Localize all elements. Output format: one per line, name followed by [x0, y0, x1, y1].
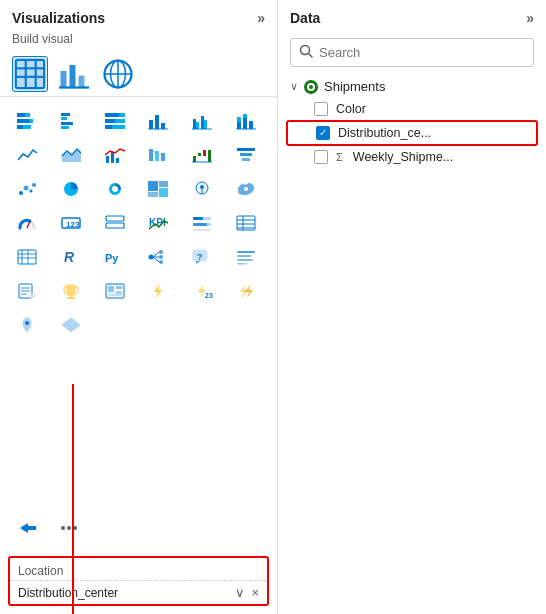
slicer-icon[interactable]: [183, 207, 221, 239]
location-close-icon[interactable]: ×: [251, 585, 259, 600]
vis-expand-icon[interactable]: »: [257, 10, 265, 26]
svg-rect-69: [159, 188, 168, 197]
color-checkbox[interactable]: [314, 102, 328, 116]
stacked-column-icon[interactable]: [227, 105, 265, 137]
stacked-bar-100-icon[interactable]: [96, 105, 134, 137]
svg-point-101: [159, 260, 163, 264]
lightning3-icon[interactable]: [227, 275, 265, 307]
waterfall-icon[interactable]: [183, 139, 221, 171]
svg-text:123: 123: [66, 220, 80, 229]
svg-rect-122: [116, 291, 122, 294]
scatter-icon[interactable]: [8, 173, 46, 205]
svg-point-74: [244, 187, 248, 191]
area-icon[interactable]: [52, 139, 90, 171]
report-page-icon[interactable]: [96, 275, 134, 307]
svg-point-66: [112, 186, 118, 192]
svg-rect-70: [148, 192, 158, 197]
color-item[interactable]: Color: [286, 98, 538, 120]
svg-line-53: [159, 153, 161, 155]
shipments-dot-icon: [304, 80, 318, 94]
svg-point-65: [32, 183, 36, 187]
table2-icon[interactable]: [227, 207, 265, 239]
analytics-icon[interactable]: [100, 56, 136, 92]
location2-icon[interactable]: [8, 309, 46, 341]
line-icon[interactable]: [8, 139, 46, 171]
gauge-icon[interactable]: [8, 207, 46, 239]
donut-icon[interactable]: [96, 173, 134, 205]
pie-icon[interactable]: [52, 173, 90, 205]
data-expand-icon[interactable]: »: [526, 10, 534, 26]
search-box[interactable]: [290, 38, 534, 67]
trophy-icon[interactable]: [52, 275, 90, 307]
svg-rect-27: [115, 119, 125, 123]
table-icon[interactable]: [12, 56, 48, 92]
svg-marker-130: [62, 318, 80, 332]
svg-rect-24: [105, 113, 119, 117]
more-visuals-ellipsis-icon[interactable]: [50, 512, 88, 544]
svg-rect-46: [106, 156, 109, 163]
treemap-icon[interactable]: [139, 173, 177, 205]
svg-line-135: [309, 54, 313, 58]
distribution-checkbox[interactable]: [316, 126, 330, 140]
lightning1-icon[interactable]: [139, 275, 177, 307]
filled-map-icon[interactable]: [227, 173, 265, 205]
r-icon[interactable]: R: [52, 241, 90, 273]
svg-rect-79: [106, 223, 124, 228]
clustered-bar-icon[interactable]: [52, 105, 90, 137]
svg-rect-7: [70, 65, 76, 88]
svg-point-133: [73, 526, 77, 530]
column-icon[interactable]: [139, 105, 177, 137]
location-chevron-icon[interactable]: ∨: [235, 585, 245, 600]
svg-rect-110: [237, 259, 253, 261]
kpi-icon[interactable]: KPI: [139, 207, 177, 239]
shipments-group-header[interactable]: ∨ Shipments: [286, 75, 538, 98]
qna-icon[interactable]: ?: [183, 241, 221, 273]
data-panel: Data » ∨ Shipments: [278, 0, 546, 614]
svg-rect-59: [237, 148, 255, 151]
svg-rect-32: [161, 123, 165, 129]
ribbon-icon[interactable]: [139, 139, 177, 171]
funnel-icon[interactable]: [227, 139, 265, 171]
location-field-box: Location Distribution_center ∨ ×: [8, 556, 269, 606]
line-cluster-icon[interactable]: [96, 139, 134, 171]
svg-rect-6: [61, 71, 67, 88]
vis-icon-grid: 123 KPI R Py ?: [0, 101, 277, 508]
stacked-bar-icon[interactable]: [8, 105, 46, 137]
multirow-card-icon[interactable]: [96, 207, 134, 239]
svg-rect-28: [105, 125, 112, 129]
card-icon[interactable]: 123: [52, 207, 90, 239]
svg-point-132: [67, 526, 71, 530]
svg-rect-111: [237, 263, 247, 265]
build-visual-label: Build visual: [0, 30, 277, 52]
svg-point-64: [30, 190, 33, 193]
vis-panel-title: Visualizations: [12, 10, 105, 26]
svg-rect-48: [116, 158, 119, 163]
location-field-row: Distribution_center ∨ ×: [10, 581, 267, 604]
forward-arrow-icon[interactable]: [8, 512, 46, 544]
svg-rect-29: [112, 125, 125, 129]
svg-text:23: 23: [205, 292, 213, 299]
bar-chart-icon[interactable]: [56, 56, 92, 92]
distribution-item[interactable]: Distribution_ce...: [286, 120, 538, 146]
svg-rect-26: [105, 119, 115, 123]
matrix-icon[interactable]: [8, 241, 46, 273]
svg-rect-34: [193, 119, 196, 129]
smart-narrative-icon[interactable]: [227, 241, 265, 273]
search-input[interactable]: [319, 45, 525, 60]
map-icon[interactable]: [183, 173, 221, 205]
weekly-shipment-checkbox[interactable]: [314, 150, 328, 164]
svg-line-104: [153, 257, 159, 262]
clustered-column-icon[interactable]: [183, 105, 221, 137]
lightning2-icon[interactable]: 23: [183, 275, 221, 307]
decomp-tree-icon[interactable]: [139, 241, 177, 273]
svg-text:?: ?: [197, 252, 203, 262]
svg-rect-42: [243, 114, 247, 118]
svg-rect-41: [243, 118, 247, 129]
py-icon[interactable]: Py: [96, 241, 134, 273]
svg-rect-18: [17, 125, 23, 129]
svg-point-63: [24, 186, 29, 191]
weekly-shipment-item[interactable]: Σ Weekly_Shipme...: [286, 146, 538, 168]
shipments-chevron-icon: ∨: [290, 80, 298, 93]
paginated-icon[interactable]: [8, 275, 46, 307]
diamond-icon[interactable]: [52, 309, 90, 341]
